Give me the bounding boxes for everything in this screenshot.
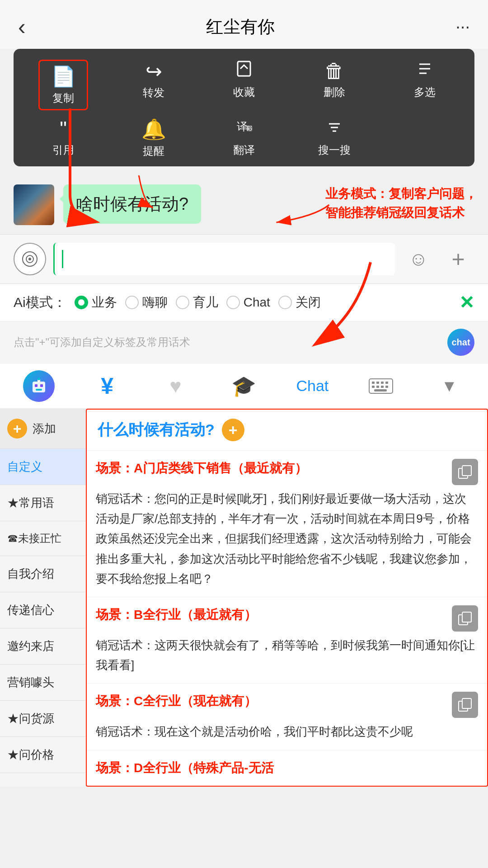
ai-mode-haichat[interactable]: 嗨聊	[125, 294, 168, 311]
copy-a-icon	[458, 465, 472, 479]
svg-point-20	[38, 377, 40, 380]
scenario-b-content: 销冠话术：这两天很快就会有了，稍等等哈，到时候我第一时间通知你[让我看看]	[96, 635, 478, 675]
svg-rect-26	[372, 386, 375, 388]
panel-add-button[interactable]: +	[222, 419, 244, 441]
more-button[interactable]: ···	[455, 17, 470, 37]
back-button[interactable]: ‹	[18, 14, 26, 40]
panel-title: 什么时候有活动?	[98, 420, 215, 440]
text-input[interactable]	[53, 243, 395, 275]
menu-item-translate[interactable]: 译 文 翻译	[219, 118, 269, 158]
copy-b-icon	[458, 611, 472, 626]
copy-c-icon	[458, 698, 472, 712]
content-panel: 什么时候有活动? + 场景：A门店类线下销售（最近就有） 销冠话术：您问的正是时…	[86, 409, 488, 787]
sidebar-item-source[interactable]: ★问货源	[0, 701, 86, 737]
copy-label: 复制	[52, 91, 74, 105]
ai-mode-bar: Ai模式： 业务 嗨聊 育儿 Chat 关闭 ✕	[0, 284, 488, 321]
menu-item-search[interactable]: 搜一搜	[310, 118, 359, 158]
ai-mode-child[interactable]: 育儿	[176, 294, 218, 311]
ai-mode-chat[interactable]: Chat	[226, 295, 270, 310]
svg-rect-15	[33, 382, 45, 392]
annotation-text: 业务模式：复制客户问题，智能推荐销冠级回复话术	[325, 184, 477, 222]
plus-button[interactable]: +	[442, 243, 474, 275]
copy-scenario-a-button[interactable]	[452, 459, 478, 485]
svg-rect-17	[40, 384, 43, 387]
input-bar: ☺ +	[0, 234, 488, 284]
delete-label: 删除	[324, 85, 345, 99]
sidebar-item-marketing[interactable]: 营销噱头	[0, 665, 86, 701]
add-circle-icon: +	[7, 419, 27, 439]
svg-rect-30	[374, 389, 387, 392]
menu-item-remind[interactable]: 🔔 提醒	[129, 118, 178, 158]
ai-mode-close[interactable]: 关闭	[278, 294, 321, 311]
scenario-a-label: 场景：A门店类线下销售（最近就有）	[96, 459, 447, 478]
quote-icon: "	[60, 118, 67, 140]
svg-point-14	[28, 258, 31, 260]
toolbar-robot[interactable]	[5, 363, 73, 408]
svg-rect-18	[36, 389, 42, 391]
scenario-c: 场景：C全行业（现在就有） 销冠话术：现在这个就是活动价哈，我们平时都比这贵不少…	[87, 684, 487, 750]
radio-child	[176, 296, 189, 309]
toolbar-chat-text[interactable]: Chat	[278, 363, 347, 408]
forward-icon: ↪	[145, 60, 162, 83]
radio-chat	[226, 296, 240, 309]
chat-bubble-text: 啥时候有活动?	[76, 194, 188, 213]
remind-icon: 🔔	[141, 118, 166, 141]
svg-rect-23	[376, 382, 379, 384]
menu-item-collect[interactable]: 收藏	[219, 60, 269, 110]
scenario-b-label: 场景：B全行业（最近就有）	[96, 605, 447, 624]
voice-button[interactable]	[14, 243, 46, 275]
sidebar-item-common[interactable]: ★常用语	[0, 485, 86, 521]
toolbar-yen[interactable]: ¥	[73, 363, 141, 408]
toolbar: ¥ ♥ 🎓 Chat ▼	[0, 363, 488, 409]
sidebar-item-price[interactable]: ★问价格	[0, 737, 86, 773]
scenario-c-content: 销冠话术：现在这个就是活动价哈，我们平时都比这贵不少呢	[96, 722, 478, 741]
menu-item-delete[interactable]: 🗑 删除	[310, 60, 359, 110]
avatar	[14, 184, 54, 225]
robot-face-icon	[29, 376, 49, 396]
sidebar-item-missed[interactable]: ☎未接正忙	[0, 521, 86, 556]
svg-rect-32	[462, 466, 471, 476]
voice-icon	[22, 251, 38, 267]
radio-haichat	[125, 296, 139, 309]
menu-item-forward[interactable]: ↪ 转发	[129, 60, 178, 110]
sidebar-item-intro[interactable]: 自我介绍	[0, 556, 86, 592]
keyboard-icon	[368, 378, 394, 394]
menu-item-quote[interactable]: " 引用	[38, 118, 88, 158]
sidebar-add-button[interactable]: + 添加	[0, 409, 86, 449]
toolbar-down-arrow[interactable]: ▼	[415, 363, 483, 408]
copy-scenario-b-button[interactable]	[452, 605, 478, 632]
quote-label: 引用	[52, 143, 74, 157]
scenario-a: 场景：A门店类线下销售（最近就有） 销冠话术：您问的正是时候[呲牙]，我们刚好最…	[87, 451, 487, 597]
sidebar-item-invite[interactable]: 邀约来店	[0, 628, 86, 665]
menu-item-multiselect[interactable]: 多选	[400, 60, 450, 110]
main-content: + 添加 自定义 ★常用语 ☎未接正忙 自我介绍 传递信心 邀约来店 营销噱头 …	[0, 409, 488, 787]
sidebar-item-custom[interactable]: 自定义	[0, 449, 86, 485]
svg-text:文: 文	[248, 125, 253, 132]
search-label: 搜一搜	[318, 143, 351, 157]
ai-mode-business[interactable]: 业务	[75, 294, 117, 311]
menu-item-copy[interactable]: 📄 复制	[38, 60, 88, 110]
emoji-button[interactable]: ☺	[402, 243, 435, 275]
chat-badge[interactable]: chat	[447, 329, 474, 356]
radio-close	[278, 296, 292, 309]
toolbar-heart[interactable]: ♥	[141, 363, 210, 408]
hint-text: 点击"+"可添加自定义标签及常用话术	[14, 335, 190, 349]
scenario-a-content: 销冠话术：您问的正是时候[呲牙]，我们刚好最近要做一场大活动，这次活动是厂家/总…	[96, 489, 478, 589]
toolbar-hat[interactable]: 🎓	[210, 363, 278, 408]
collect-icon	[235, 60, 253, 82]
search-icon	[325, 118, 343, 140]
copy-scenario-c-button[interactable]	[452, 692, 478, 718]
header-title: 红尘有你	[206, 15, 275, 38]
sidebar: + 添加 自定义 ★常用语 ☎未接正忙 自我介绍 传递信心 邀约来店 营销噱头 …	[0, 409, 86, 787]
scenario-d-label: 场景：D全行业（特殊产品-无活	[96, 761, 274, 775]
ai-mode-label: Ai模式：	[14, 293, 66, 312]
chat-mode-label: Chat	[244, 295, 270, 310]
copy-icon: 📄	[51, 65, 76, 88]
close-x-button[interactable]: ✕	[459, 292, 474, 313]
toolbar-keyboard[interactable]	[347, 363, 415, 408]
panel-header: 什么时候有活动? +	[87, 410, 487, 451]
sidebar-item-trust[interactable]: 传递信心	[0, 592, 86, 628]
remind-label: 提醒	[143, 144, 164, 158]
svg-rect-0	[238, 61, 250, 76]
header: ‹ 红尘有你 ···	[0, 0, 488, 49]
